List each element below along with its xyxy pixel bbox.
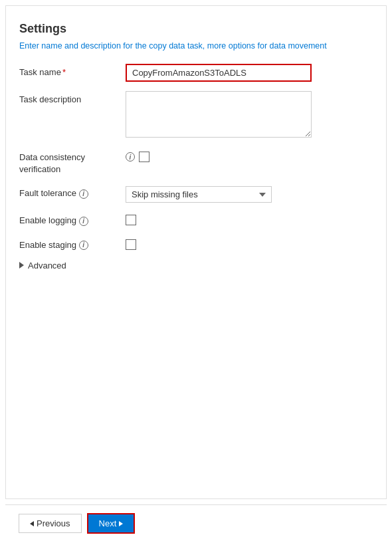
- task-name-input[interactable]: [126, 64, 312, 82]
- data-consistency-checkbox[interactable]: [139, 152, 149, 162]
- next-label: Next: [99, 518, 117, 528]
- page-title: Settings: [19, 22, 373, 36]
- enable-logging-checkbox[interactable]: [126, 215, 136, 225]
- advanced-chevron-icon: [19, 262, 24, 269]
- enable-logging-control: [126, 212, 373, 225]
- page-subtitle: Enter name and description for the copy …: [19, 41, 373, 51]
- data-consistency-control: i: [126, 149, 373, 162]
- fault-tolerance-info-icon: i: [79, 189, 88, 199]
- footer: Previous Next: [5, 504, 387, 542]
- data-consistency-row: Data consistency verification i: [19, 149, 373, 175]
- previous-label: Previous: [37, 518, 70, 528]
- enable-staging-label: Enable staging i: [19, 237, 126, 251]
- next-button[interactable]: Next: [87, 513, 136, 534]
- previous-chevron-icon: [30, 521, 34, 526]
- enable-logging-label: Enable logging i: [19, 212, 126, 227]
- enable-staging-checkbox[interactable]: [126, 239, 136, 250]
- enable-logging-info-icon: i: [79, 217, 88, 226]
- data-consistency-label: Data consistency verification: [19, 149, 126, 175]
- enable-staging-info-icon: i: [79, 241, 88, 250]
- task-description-control: [126, 91, 373, 140]
- enable-staging-control: [126, 237, 373, 250]
- task-name-row: Task name*: [19, 64, 373, 82]
- task-name-control: [126, 64, 373, 82]
- task-description-label: Task description: [19, 91, 126, 106]
- fault-tolerance-label: Fault tolerance i: [19, 185, 126, 199]
- task-name-label: Task name*: [19, 64, 126, 78]
- data-consistency-info-icon: i: [126, 152, 135, 162]
- previous-button[interactable]: Previous: [19, 514, 82, 533]
- next-chevron-icon: [119, 521, 123, 526]
- advanced-label: Advanced: [28, 261, 66, 271]
- enable-logging-row: Enable logging i: [19, 212, 373, 227]
- fault-tolerance-control: Skip missing files Skip incompatible row…: [126, 185, 373, 203]
- enable-staging-row: Enable staging i: [19, 237, 373, 251]
- advanced-section[interactable]: Advanced: [19, 261, 373, 271]
- fault-tolerance-dropdown[interactable]: Skip missing files Skip incompatible row…: [126, 186, 272, 203]
- fault-tolerance-row: Fault tolerance i Skip missing files Ski…: [19, 185, 373, 203]
- task-description-textarea[interactable]: [126, 91, 312, 138]
- task-description-row: Task description: [19, 91, 373, 140]
